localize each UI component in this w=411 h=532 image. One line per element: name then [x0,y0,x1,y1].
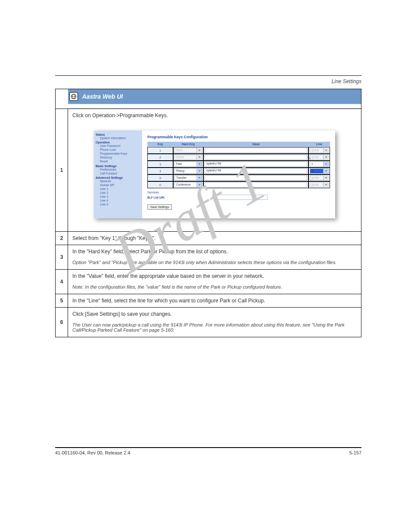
chevron-down-icon [324,155,329,160]
key-number: 5 [147,174,173,181]
value-input[interactable] [205,155,307,160]
keys-table: Key Hard Key Value Line 1Saveglobal2Dele… [147,142,330,188]
col-value: Value [203,142,308,147]
nav-item[interactable]: System Information [96,136,141,140]
nav-item[interactable]: Line 1 [96,187,141,191]
chevron-down-icon [324,162,329,167]
chevron-down-icon [324,182,329,187]
step-text: In the "Line" field, select the line for… [68,294,361,307]
step-number: 4 [56,270,68,294]
line-select[interactable]: 1 [310,162,329,167]
steps-table: Aastra Web UI 1 Click on Operation->Prog… [55,89,361,337]
nav-item[interactable]: Line 3 [96,195,141,199]
key-number: 6 [147,181,173,188]
nav-item[interactable]: Network [96,179,141,183]
step-number: 5 [56,294,68,308]
hardkey-select[interactable]: Park [174,162,202,167]
step-note: Option "Park" and "Pickup" are available… [68,258,361,269]
value-input[interactable] [205,175,307,180]
nav-item[interactable]: Preferences [96,168,141,171]
step-note: Note: In the configuration files, the "v… [68,283,361,294]
banner-title: Aastra Web UI [82,93,123,100]
col-key: Key [147,142,173,147]
step-text: Select from "Key 1" through "Key 6". [68,232,361,245]
nav-item[interactable]: Line 5 [96,202,141,206]
value-input[interactable] [205,182,307,187]
nav-heading: Advanced Settings [96,176,141,179]
chevron-down-icon [197,182,202,187]
chevron-down-icon [197,155,202,160]
footer-right: 5-157 [349,450,361,455]
value-input[interactable]: sylantro;*99 [205,168,307,174]
step-text: Click on Operation->Programmable Keys. [68,109,361,122]
nav-heading: Basic Settings [96,165,141,168]
key-number: 2 [147,154,173,161]
nav-heading: Operation [96,141,141,144]
key-number: 3 [147,161,173,168]
step-text: In the "Value" field, enter the appropri… [68,270,361,283]
chevron-down-icon [197,148,202,153]
save-settings-button[interactable]: Save Settings [147,204,172,210]
nav-item[interactable]: Reset [96,159,141,163]
chevron-down-icon [197,168,202,174]
line-select: global [310,155,329,160]
footer-left: 41-001160-04, Rev 00, Release 2.4 [55,450,130,455]
col-line: Line [308,142,330,147]
step-number: 3 [56,245,68,270]
step-number: 6 [56,308,68,337]
webui-banner: Aastra Web UI [68,89,361,104]
nav-item[interactable]: Line 2 [96,191,141,195]
nav-item[interactable]: Programmable Keys [96,152,141,156]
step-text: In the "Hard Key" field, select Park or … [68,245,361,258]
services-label: Services [147,191,330,194]
chevron-down-icon [324,168,329,174]
chevron-down-icon [197,162,202,167]
chevron-down-icon [324,148,329,153]
line-select: global [310,182,329,187]
line-select: global [310,148,329,153]
col-hardkey: Hard Key [173,142,203,147]
nav-item[interactable]: Global SIP [96,183,141,187]
line-select[interactable]: 2 [310,168,329,174]
step-note: The User can now park/pickup a call usin… [68,320,361,337]
key-number: 1 [147,147,173,154]
step-number: 1 [56,109,68,232]
embedded-screenshot: Status System Information Operation User… [94,131,335,218]
hardkey-select: Delete [174,155,202,160]
content-title: Programmable Keys Configuration [147,135,330,139]
chevron-down-icon [324,175,329,180]
nav-item[interactable]: Call Forward [96,171,141,175]
step-number: 2 [56,232,68,245]
hardkey-select: Save [174,148,202,153]
value-input[interactable]: sylantro;*98 [205,162,307,167]
value-input[interactable] [205,148,307,153]
chevron-down-icon [197,175,202,180]
section-title: Line Settings [55,78,361,84]
key-number: 4 [147,168,173,174]
blf-label: BLF List URI: [147,196,165,199]
nav-heading: Status [96,133,141,136]
hardkey-select[interactable]: Transfer [174,175,202,180]
nav-item[interactable]: User Password [96,144,141,148]
globe-icon [69,92,78,101]
line-select: global [310,175,329,180]
nav-sidebar: Status System Information Operation User… [94,131,142,218]
blf-input[interactable] [216,195,268,200]
nav-item[interactable]: Phone Lock [96,148,141,152]
step-text: Click [Save Settings] to save your chang… [68,308,361,320]
nav-item[interactable]: Directory [96,156,141,159]
hardkey-select[interactable]: Pickup [174,168,202,174]
hardkey-select[interactable]: Conference [174,182,202,187]
nav-item[interactable]: Line 4 [96,199,141,202]
